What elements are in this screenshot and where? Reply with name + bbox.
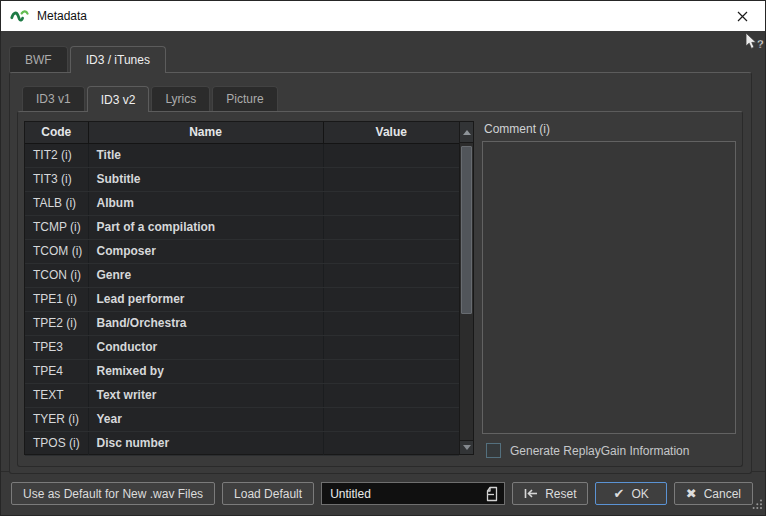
- id3-v2-panel: Code Name Value TIT2 (i)TitleTIT3 (i)Sub…: [17, 111, 743, 467]
- value-cell[interactable]: [323, 431, 459, 455]
- metadata-table: Code Name Value TIT2 (i)TitleTIT3 (i)Sub…: [24, 121, 474, 455]
- scroll-up-icon[interactable]: [460, 122, 473, 143]
- column-header-code[interactable]: Code: [25, 122, 88, 143]
- reset-label: Reset: [545, 487, 576, 501]
- help-cursor-icon: ?: [745, 33, 765, 56]
- column-header-name[interactable]: Name: [88, 122, 323, 143]
- name-cell: Composer: [88, 239, 323, 263]
- value-cell[interactable]: [323, 407, 459, 431]
- load-default-button[interactable]: Load Default: [222, 482, 314, 505]
- table-row[interactable]: TALB (i)Album: [25, 191, 459, 215]
- tab-bwf-label: BWF: [25, 53, 52, 67]
- table-row[interactable]: TPE2 (i)Band/Orchestra: [25, 311, 459, 335]
- table-header-row: Code Name Value: [25, 122, 459, 143]
- name-cell: Subtitle: [88, 167, 323, 191]
- table-row[interactable]: TCOM (i)Composer: [25, 239, 459, 263]
- replaygain-label: Generate ReplayGain Information: [510, 444, 689, 458]
- code-cell: TCON (i): [25, 263, 88, 287]
- code-cell: TIT3 (i): [25, 167, 88, 191]
- name-cell: Conductor: [88, 335, 323, 359]
- name-cell: Year: [88, 407, 323, 431]
- bottom-bar: Use as Default for New .wav Files Load D…: [1, 471, 765, 515]
- table-scrollbar[interactable]: [459, 122, 473, 454]
- name-cell: Album: [88, 191, 323, 215]
- value-cell[interactable]: [323, 215, 459, 239]
- code-cell: TPE4: [25, 359, 88, 383]
- tab-picture[interactable]: Picture: [212, 86, 277, 111]
- inner-tab-bar: ID3 v1 ID3 v2 Lyrics Picture: [22, 85, 751, 111]
- preset-name-field: [321, 482, 505, 505]
- comment-section: Comment (i) Generate ReplayGain Informat…: [482, 121, 736, 458]
- code-cell: TEXT: [25, 383, 88, 407]
- comment-label: Comment (i): [484, 122, 736, 136]
- table-row[interactable]: TEXTText writer: [25, 383, 459, 407]
- table-row[interactable]: TYER (i)Year: [25, 407, 459, 431]
- tab-id3-itunes[interactable]: ID3 / iTunes: [70, 46, 166, 73]
- code-cell: TPOS (i): [25, 431, 88, 455]
- close-icon[interactable]: [731, 5, 753, 27]
- table-row[interactable]: TPOS (i)Disc number: [25, 431, 459, 455]
- tab-id3-v1[interactable]: ID3 v1: [22, 86, 85, 111]
- titlebar: Metadata: [1, 1, 765, 31]
- ok-label: OK: [631, 487, 648, 501]
- wavelab-logo-icon: [10, 8, 29, 24]
- table-row[interactable]: TIT3 (i)Subtitle: [25, 167, 459, 191]
- table-row[interactable]: TIT2 (i)Title: [25, 143, 459, 167]
- metadata-dialog: Metadata ? BWF ID3 / iTunes ID3 v1 ID3 v…: [0, 0, 766, 516]
- cancel-button[interactable]: ✖ Cancel: [674, 482, 753, 505]
- preset-name-input[interactable]: [324, 487, 485, 501]
- tab-lyrics[interactable]: Lyrics: [151, 86, 210, 111]
- value-cell[interactable]: [323, 191, 459, 215]
- table-row[interactable]: TPE3Conductor: [25, 335, 459, 359]
- cancel-label: Cancel: [704, 487, 741, 501]
- column-header-value[interactable]: Value: [323, 122, 459, 143]
- replaygain-row: Generate ReplayGain Information: [482, 443, 736, 458]
- code-cell: TCOM (i): [25, 239, 88, 263]
- name-cell: Text writer: [88, 383, 323, 407]
- value-cell[interactable]: [323, 239, 459, 263]
- value-cell[interactable]: [323, 335, 459, 359]
- use-as-default-button[interactable]: Use as Default for New .wav Files: [11, 482, 215, 505]
- value-cell[interactable]: [323, 167, 459, 191]
- name-cell: Band/Orchestra: [88, 311, 323, 335]
- name-cell: Part of a compilation: [88, 215, 323, 239]
- outer-tab-bar: BWF ID3 / iTunes: [9, 45, 765, 72]
- replaygain-checkbox[interactable]: [486, 443, 501, 458]
- tab-id3-v1-label: ID3 v1: [36, 92, 71, 106]
- value-cell[interactable]: [323, 383, 459, 407]
- value-cell[interactable]: [323, 311, 459, 335]
- resize-grip[interactable]: [751, 498, 763, 513]
- load-default-label: Load Default: [234, 487, 302, 501]
- value-cell[interactable]: [323, 359, 459, 383]
- scrollbar-thumb[interactable]: [461, 146, 472, 314]
- tab-id3-v2-label: ID3 v2: [101, 93, 136, 107]
- code-cell: TIT2 (i): [25, 143, 88, 167]
- table-row[interactable]: TCMP (i)Part of a compilation: [25, 215, 459, 239]
- name-cell: Remixed by: [88, 359, 323, 383]
- value-cell[interactable]: [323, 263, 459, 287]
- table-row[interactable]: TPE4Remixed by: [25, 359, 459, 383]
- code-cell: TCMP (i): [25, 215, 88, 239]
- code-cell: TPE1 (i): [25, 287, 88, 311]
- tab-id3-v2[interactable]: ID3 v2: [87, 86, 150, 112]
- value-cell[interactable]: [323, 287, 459, 311]
- svg-text:?: ?: [757, 38, 764, 50]
- code-cell: TYER (i): [25, 407, 88, 431]
- scroll-down-icon[interactable]: [460, 440, 473, 454]
- comment-textarea[interactable]: [482, 141, 736, 434]
- table-row[interactable]: TCON (i)Genre: [25, 263, 459, 287]
- tab-lyrics-label: Lyrics: [165, 92, 196, 106]
- metadata-table-body: TIT2 (i)TitleTIT3 (i)SubtitleTALB (i)Alb…: [25, 143, 459, 455]
- code-cell: TPE3: [25, 335, 88, 359]
- tab-bwf[interactable]: BWF: [9, 46, 68, 72]
- ok-check-icon: ✔: [613, 487, 624, 500]
- code-cell: TALB (i): [25, 191, 88, 215]
- table-row[interactable]: TPE1 (i)Lead performer: [25, 287, 459, 311]
- id3-itunes-panel: ID3 v1 ID3 v2 Lyrics Picture Code Name V: [9, 72, 752, 474]
- reset-button[interactable]: Reset: [512, 482, 588, 505]
- preset-menu-icon[interactable]: [485, 486, 499, 502]
- ok-button[interactable]: ✔ OK: [595, 482, 666, 505]
- value-cell[interactable]: [323, 143, 459, 167]
- name-cell: Disc number: [88, 431, 323, 455]
- name-cell: Lead performer: [88, 287, 323, 311]
